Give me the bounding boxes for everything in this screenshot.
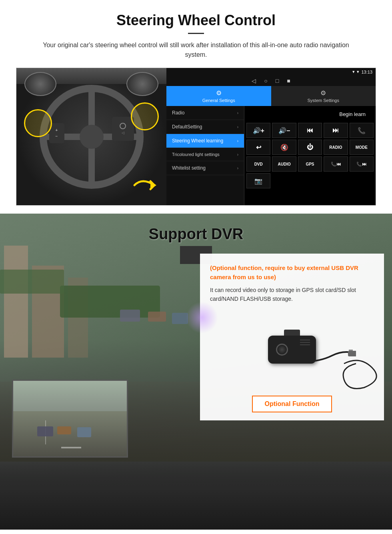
menu-radio-label: Radio (172, 110, 184, 116)
status-time: 13:13 (361, 70, 372, 74)
highlight-left-circle (24, 109, 52, 137)
yellow-arrow (130, 173, 162, 197)
ctrl-vol-up[interactable]: 🔊+ (246, 123, 270, 138)
dvr-info-card: (Optional function, require to buy exter… (200, 254, 384, 420)
menu-item-radio[interactable]: Radio › (166, 106, 244, 120)
system-settings-icon: ⚙ (320, 89, 326, 97)
dvr-dashboard-foreground (0, 462, 392, 530)
ctrl-audio[interactable]: AUDIO (272, 156, 296, 172)
ctrl-mode[interactable]: MODE (350, 140, 374, 155)
steering-photo: + − ◁ (16, 68, 166, 205)
ctrl-camera[interactable]: 📷 (246, 173, 270, 188)
android-tabs: ⚙ General Settings ⚙ System Settings (166, 86, 376, 106)
camera-lens (276, 344, 288, 356)
dvr-thumbnail (12, 380, 128, 458)
camera-light-flash (186, 302, 218, 334)
ctrl-dvd[interactable]: DVD (246, 156, 270, 172)
ctrl-call[interactable]: 📞 (350, 123, 374, 138)
highlight-right-circle (131, 102, 159, 130)
steering-wheel-section: Steering Wheel Control Your original car… (0, 0, 392, 214)
ctrl-gps[interactable]: GPS (298, 156, 322, 172)
ctrl-next-track[interactable]: ⏭ (324, 123, 348, 138)
menu-item-tricoloured[interactable]: Tricoloured light settings › (166, 148, 244, 161)
nav-screen-icon[interactable]: ■ (287, 78, 290, 84)
system-settings-label: System Settings (308, 98, 339, 103)
steering-description: Your original car's steering wheel contr… (36, 40, 356, 60)
menu-default-chevron: › (237, 125, 238, 129)
ctrl-call-next[interactable]: 📞⏭ (350, 156, 374, 172)
begin-learn-row: Begin learn (246, 108, 374, 120)
android-panel: ▾ ▾ 13:13 ◁ ○ □ ■ ⚙ General Settings ⚙ S… (166, 68, 376, 205)
menu-whitelist-chevron: › (237, 166, 238, 170)
dvr-title: Support DVR (16, 226, 376, 243)
ctrl-mute[interactable]: 🔇 (272, 140, 296, 155)
menu-steering-label: Steering Wheel learning (172, 138, 223, 144)
steering-divider (188, 33, 204, 34)
menu-item-defaultsetting[interactable]: DefaultSetting › (166, 120, 244, 134)
signal-icon: ▾ (352, 69, 355, 74)
steering-wheel-graphic: + − ◁ (40, 85, 144, 189)
menu-steering-chevron: › (237, 139, 238, 143)
optional-function-button[interactable]: Optional Function (252, 396, 332, 412)
general-settings-icon: ⚙ (216, 89, 222, 97)
nav-recents-icon[interactable]: □ (276, 78, 279, 84)
ctrl-radio[interactable]: RADIO (324, 140, 348, 155)
svg-marker-0 (150, 181, 156, 189)
begin-learn-button[interactable]: Begin learn (331, 108, 374, 120)
ctrl-vol-down[interactable]: 🔊− (272, 123, 296, 138)
ctrl-hang-up[interactable]: ↩ (246, 140, 270, 155)
camera-vent (300, 340, 310, 345)
nav-home-icon[interactable]: ○ (264, 78, 267, 84)
control-buttons-grid: 🔊+ 🔊− ⏮ ⏭ 📞 ↩ 🔇 ⏻ RADIO MODE DVD AUDIO (246, 123, 374, 188)
steering-title: Steering Wheel Control (16, 12, 376, 29)
ctrl-prev-track[interactable]: ⏮ (298, 123, 322, 138)
android-menu-list: Radio › DefaultSetting › Steering Wheel … (166, 106, 244, 205)
android-content: Radio › DefaultSetting › Steering Wheel … (166, 106, 376, 205)
steering-demo-container: + − ◁ (16, 68, 376, 206)
wifi-icon: ▾ (357, 69, 359, 74)
android-nav-bar: ◁ ○ □ ■ (166, 76, 376, 86)
menu-whitelist-label: Whitelist setting (172, 165, 206, 171)
android-status-bar: ▾ ▾ 13:13 (166, 68, 376, 76)
tab-general-settings[interactable]: ⚙ General Settings (166, 86, 271, 106)
menu-default-label: DefaultSetting (172, 124, 202, 130)
menu-item-steering-wheel-learning[interactable]: Steering Wheel learning › (166, 134, 244, 148)
dvr-section: Support DVR (Optional function, require … (0, 214, 392, 530)
menu-item-whitelist[interactable]: Whitelist setting › (166, 161, 244, 175)
nav-back-icon[interactable]: ◁ (252, 78, 256, 84)
general-settings-label: General Settings (202, 98, 235, 103)
dvr-camera-image (210, 310, 374, 390)
controls-panel: Begin learn 🔊+ 🔊− ⏮ ⏭ 📞 ↩ 🔇 ⏻ (244, 106, 376, 205)
dvr-description: It can record video only to storage in G… (210, 286, 374, 304)
dvr-optional-text: (Optional function, require to buy exter… (210, 264, 374, 282)
menu-tricoloured-chevron: › (237, 152, 238, 157)
usb-cable-svg (304, 348, 356, 372)
ctrl-power[interactable]: ⏻ (298, 140, 322, 155)
svg-rect-1 (348, 351, 356, 356)
ctrl-call-prev[interactable]: 📞⏮ (324, 156, 348, 172)
menu-tricoloured-label: Tricoloured light settings (172, 152, 220, 157)
menu-radio-chevron: › (237, 111, 238, 115)
svg-rect-2 (349, 350, 353, 351)
tab-system-settings[interactable]: ⚙ System Settings (271, 86, 376, 106)
